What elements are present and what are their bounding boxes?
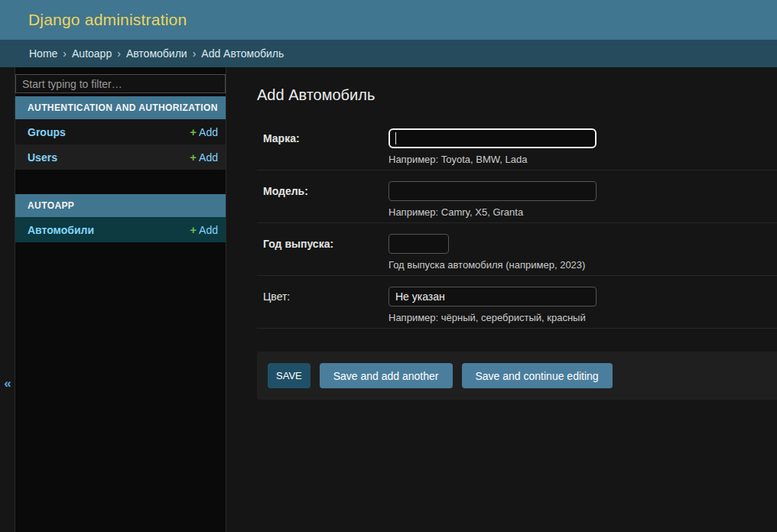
breadcrumb-current: Add Автомобиль <box>201 47 284 60</box>
sidebar-collapse-toggle[interactable]: « <box>0 377 15 390</box>
field-row-model: Модель: Например: Camry, X5, Granta <box>257 170 777 223</box>
add-groups-link[interactable]: +Add <box>190 125 218 138</box>
sidebar-item-avtomobili: Автомобили +Add <box>15 217 226 242</box>
field-row-year: Год выпуска: Год выпуска автомобиля (нап… <box>257 223 777 276</box>
breadcrumb-autoapp[interactable]: Autoapp <box>72 47 112 60</box>
breadcrumb-separator: › <box>117 47 121 60</box>
field-help-model: Например: Camry, X5, Granta <box>388 206 777 219</box>
field-label-color: Цвет: <box>263 287 388 324</box>
add-label: Add <box>199 126 218 138</box>
breadcrumb-separator: › <box>193 47 197 60</box>
module-autoapp: AUTOAPP Автомобили +Add <box>15 194 226 242</box>
sidebar-item-groups: Groups +Add <box>15 119 226 144</box>
field-row-color: Цвет: Например: чёрный, серебристый, кра… <box>257 276 777 329</box>
field-help-color: Например: чёрный, серебристый, красный <box>388 311 777 324</box>
text-caret <box>395 132 396 144</box>
add-label: Add <box>199 224 218 236</box>
breadcrumb-separator: › <box>63 47 67 60</box>
field-label-model: Модель: <box>263 181 388 219</box>
model-input[interactable] <box>388 181 597 201</box>
save-button[interactable]: SAVE <box>268 363 310 388</box>
nav-sidebar: AUTHENTICATION AND AUTHORIZATION Groups … <box>15 67 226 532</box>
plus-icon: + <box>190 223 197 236</box>
site-title[interactable]: Django administration <box>28 11 187 29</box>
breadcrumb-home[interactable]: Home <box>29 47 57 60</box>
submit-row: SAVE Save and add another Save and conti… <box>257 352 777 400</box>
module-header-autoapp: AUTOAPP <box>15 194 226 217</box>
add-users-link[interactable]: +Add <box>190 151 218 164</box>
users-link[interactable]: Users <box>28 151 57 164</box>
field-row-marka: Марка: Например: Toyota, BMW, Lada <box>257 122 777 170</box>
app-header: Django administration <box>0 0 777 40</box>
field-label-marka: Марка: <box>263 128 388 166</box>
sidebar-toggle-strip: « <box>0 67 15 532</box>
groups-link[interactable]: Groups <box>28 126 66 138</box>
breadcrumb: Home › Autoapp › Автомобили › Add Автомо… <box>0 40 777 67</box>
add-car-form: Марка: Например: Toyota, BMW, Lada Модел… <box>257 122 777 400</box>
module-auth: AUTHENTICATION AND AUTHORIZATION Groups … <box>15 96 226 170</box>
module-header-auth: AUTHENTICATION AND AUTHORIZATION <box>15 96 226 119</box>
plus-icon: + <box>190 125 197 138</box>
plus-icon: + <box>190 151 197 164</box>
save-add-another-button[interactable]: Save and add another <box>320 363 453 388</box>
avtomobili-link[interactable]: Автомобили <box>28 224 94 236</box>
sidebar-filter-input[interactable] <box>15 74 226 93</box>
content: Add Автомобиль Марка: Например: Toyota, … <box>226 67 777 532</box>
field-help-marka: Например: Toyota, BMW, Lada <box>388 153 777 166</box>
marka-input[interactable] <box>388 128 597 148</box>
field-label-year: Год выпуска: <box>263 234 388 271</box>
add-avtomobili-link[interactable]: +Add <box>190 223 218 236</box>
save-continue-button[interactable]: Save and continue editing <box>462 363 613 388</box>
sidebar-item-users: Users +Add <box>15 144 226 170</box>
add-label: Add <box>199 151 218 164</box>
color-input[interactable] <box>388 287 597 307</box>
page-title: Add Автомобиль <box>257 84 777 105</box>
field-help-year: Год выпуска автомобиля (например, 2023) <box>388 258 777 271</box>
year-input[interactable] <box>388 234 449 254</box>
breadcrumb-model-list[interactable]: Автомобили <box>126 47 187 60</box>
